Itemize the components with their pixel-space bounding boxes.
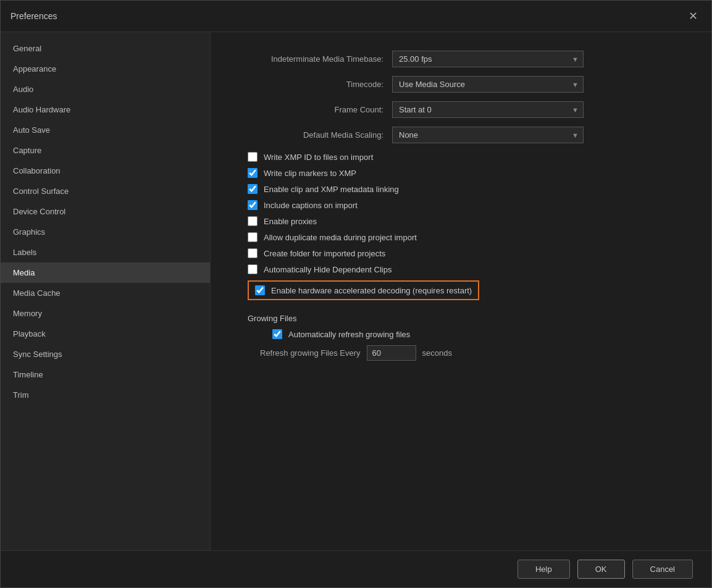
sidebar-item-collaboration[interactable]: Collaboration: [1, 161, 210, 181]
sidebar-item-timeline[interactable]: Timeline: [1, 364, 210, 385]
sidebar-item-sync-settings[interactable]: Sync Settings: [1, 344, 210, 364]
growing-files-title: Growing Files: [248, 314, 687, 323]
indeterminate-timebase-label: Indeterminate Media Timebase:: [235, 54, 383, 64]
checkboxes-container: Write XMP ID to files on importWrite cli…: [235, 152, 687, 274]
enable-clip-xmp-row: Enable clip and XMP metadata linking: [235, 184, 687, 194]
indeterminate-timebase-select[interactable]: 25.00 fps: [392, 51, 584, 67]
allow-duplicate-media-row: Allow duplicate media during project imp…: [235, 232, 687, 242]
auto-hide-dependent-row: Automatically Hide Dependent Clips: [235, 264, 687, 274]
close-button[interactable]: ✕: [685, 8, 702, 24]
title-bar: Preferences ✕: [1, 1, 711, 32]
include-captions-label: Include captions on import: [264, 201, 358, 210]
sidebar-item-trim[interactable]: Trim: [1, 385, 210, 405]
write-xmp-row: Write XMP ID to files on import: [235, 152, 687, 162]
default-media-scaling-label: Default Media Scaling:: [235, 130, 383, 140]
sidebar-item-media[interactable]: Media: [1, 262, 210, 283]
footer: Help OK Cancel: [1, 550, 711, 587]
indeterminate-timebase-select-wrapper: 25.00 fps ▼: [392, 51, 584, 67]
create-folder-label: Create folder for imported projects: [264, 249, 385, 258]
allow-duplicate-media-checkbox[interactable]: [248, 232, 258, 242]
cancel-button[interactable]: Cancel: [632, 560, 693, 579]
refresh-interval-input[interactable]: 60: [367, 345, 416, 361]
enable-clip-xmp-checkbox[interactable]: [248, 184, 258, 194]
hardware-accelerated-checkbox[interactable]: [255, 285, 265, 295]
sidebar-item-audio-hardware[interactable]: Audio Hardware: [1, 99, 210, 120]
frame-count-select-wrapper: Start at 0 ▼: [392, 101, 584, 118]
sidebar-item-general[interactable]: General: [1, 38, 210, 59]
auto-hide-dependent-label: Automatically Hide Dependent Clips: [264, 265, 392, 274]
auto-refresh-checkbox[interactable]: [272, 329, 282, 339]
enable-clip-xmp-label: Enable clip and XMP metadata linking: [264, 185, 399, 194]
hardware-accelerated-label: Enable hardware accelerated decoding (re…: [271, 286, 472, 295]
sidebar-item-playback[interactable]: Playback: [1, 324, 210, 344]
write-clip-markers-row: Write clip markers to XMP: [235, 168, 687, 178]
main-content: Indeterminate Media Timebase: 25.00 fps …: [211, 32, 711, 550]
write-xmp-checkbox[interactable]: [248, 152, 258, 162]
create-folder-checkbox[interactable]: [248, 248, 258, 258]
growing-files-section: Growing Files Automatically refresh grow…: [235, 314, 687, 361]
frame-count-label: Frame Count:: [235, 105, 383, 114]
growing-files-inner: Automatically refresh growing files Refr…: [248, 329, 687, 361]
enable-proxies-row: Enable proxies: [235, 216, 687, 226]
default-media-scaling-row: Default Media Scaling: None ▼: [235, 127, 687, 143]
sidebar-item-appearance[interactable]: Appearance: [1, 59, 210, 79]
timecode-row: Timecode: Use Media Source ▼: [235, 76, 687, 93]
enable-proxies-label: Enable proxies: [264, 217, 317, 226]
hardware-accelerated-highlighted-row: Enable hardware accelerated decoding (re…: [248, 280, 479, 300]
timecode-select-wrapper: Use Media Source ▼: [392, 76, 584, 93]
write-xmp-label: Write XMP ID to files on import: [264, 153, 373, 162]
sidebar-item-auto-save[interactable]: Auto Save: [1, 120, 210, 140]
create-folder-row: Create folder for imported projects: [235, 248, 687, 258]
write-clip-markers-checkbox[interactable]: [248, 168, 258, 178]
sidebar-item-capture[interactable]: Capture: [1, 140, 210, 161]
allow-duplicate-media-label: Allow duplicate media during project imp…: [264, 233, 417, 242]
content-area: GeneralAppearanceAudioAudio HardwareAuto…: [1, 32, 711, 550]
sidebar-item-media-cache[interactable]: Media Cache: [1, 283, 210, 303]
refresh-interval-row: Refresh growing Files Every 60 seconds: [260, 345, 687, 361]
default-media-scaling-select[interactable]: None: [392, 127, 584, 143]
ok-button[interactable]: OK: [577, 560, 625, 579]
sidebar-item-labels[interactable]: Labels: [1, 242, 210, 262]
sidebar: GeneralAppearanceAudioAudio HardwareAuto…: [1, 32, 211, 550]
enable-proxies-checkbox[interactable]: [248, 216, 258, 226]
help-button[interactable]: Help: [517, 560, 570, 579]
timecode-label: Timecode:: [235, 80, 383, 89]
preferences-dialog: Preferences ✕ GeneralAppearanceAudioAudi…: [0, 0, 712, 588]
sidebar-item-audio[interactable]: Audio: [1, 79, 210, 99]
sidebar-item-graphics[interactable]: Graphics: [1, 222, 210, 242]
sidebar-item-device-control[interactable]: Device Control: [1, 201, 210, 222]
write-clip-markers-label: Write clip markers to XMP: [264, 169, 356, 178]
dialog-title: Preferences: [10, 11, 57, 21]
include-captions-checkbox[interactable]: [248, 200, 258, 210]
indeterminate-timebase-row: Indeterminate Media Timebase: 25.00 fps …: [235, 51, 687, 67]
auto-hide-dependent-checkbox[interactable]: [248, 264, 258, 274]
frame-count-select[interactable]: Start at 0: [392, 101, 584, 118]
seconds-label: seconds: [422, 348, 452, 358]
refresh-interval-label: Refresh growing Files Every: [260, 348, 361, 358]
sidebar-item-control-surface[interactable]: Control Surface: [1, 181, 210, 201]
frame-count-row: Frame Count: Start at 0 ▼: [235, 101, 687, 118]
auto-refresh-row: Automatically refresh growing files: [260, 329, 687, 339]
auto-refresh-label: Automatically refresh growing files: [288, 330, 410, 339]
sidebar-item-memory[interactable]: Memory: [1, 303, 210, 324]
include-captions-row: Include captions on import: [235, 200, 687, 210]
timecode-select[interactable]: Use Media Source: [392, 76, 584, 93]
default-media-scaling-select-wrapper: None ▼: [392, 127, 584, 143]
